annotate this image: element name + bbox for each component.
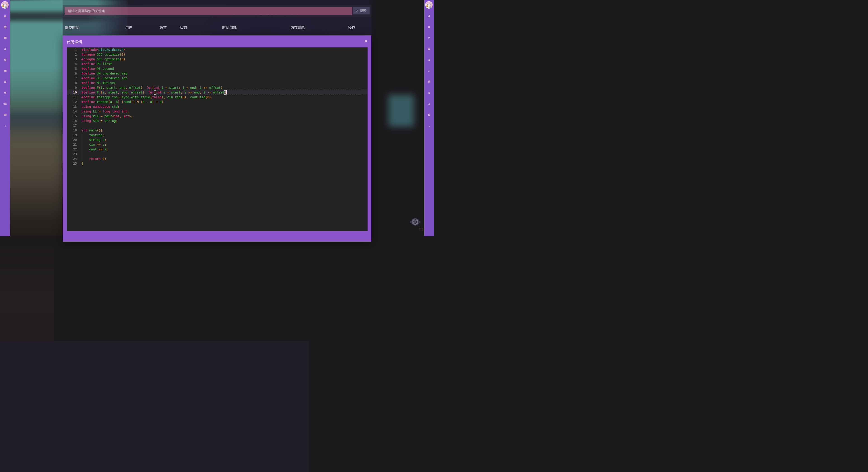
column-header-5[interactable] [290,26,305,30]
assignment-icon [3,25,7,29]
code-token: } [82,162,84,165]
lightbulb-icon [3,91,7,95]
avatar-image [1,1,8,8]
code-token: #define [82,72,95,75]
rail-item-star-7[interactable] [424,90,434,96]
sidebar-item-assignment-check-4[interactable] [0,57,10,63]
column-header-4[interactable] [222,26,237,30]
code-line-2: 2#pragma GCC optimize(2) [67,52,368,57]
line-number: 25 [67,161,77,166]
code-token: . [173,95,175,99]
code-token: MS mutiset [95,81,116,85]
code-line-22: 22 cout << s; [67,147,368,152]
column-header-label [65,26,79,29]
code-token: STR [91,119,101,123]
code-editor[interactable]: 1#include<bits/stdc++.h>2#pragma GCC opt… [67,47,368,232]
code-token: ) [152,100,154,104]
user-avatar-right[interactable] [425,1,433,8]
close-button[interactable] [364,38,368,43]
code-line-11: 11#define fastcpp ios::sync_with_stdio(f… [67,95,368,100]
sidebar-item-lightbulb-7[interactable] [0,90,10,96]
search-button[interactable] [352,7,370,14]
code-token: F_ [95,91,101,94]
column-header-2[interactable] [160,26,167,30]
code-token: start [106,91,118,94]
collapse-sidebar-button[interactable] [0,123,10,129]
column-header-3[interactable] [180,26,187,30]
code-token: ) [162,100,163,104]
rail-item-movie-camera-3[interactable] [424,46,434,53]
code-token: (2) [120,53,125,56]
code-token: ; [104,138,106,142]
code-token: ) [118,100,120,104]
code-token: s [102,147,106,151]
code-token: (0), [181,95,188,99]
column-header-label [180,26,187,29]
rail-item-bell-1[interactable] [424,24,434,30]
rail-item-donut-5[interactable] [424,68,434,74]
code-token: int [122,114,129,118]
code-token: . [198,95,199,99]
code-token: using [82,109,91,113]
line-number: 21 [67,142,77,147]
code-line-3: 3#pragma GCC optimize(3) [67,57,368,62]
code-token: end [120,91,127,94]
code-token: rand [123,100,131,104]
sidebar-item-home-0[interactable] [0,13,10,20]
code-token: i [160,86,165,90]
code-token: #define [82,67,95,70]
code-line-7: 7#define US unordered_set [67,76,368,80]
code-token: , [116,86,118,90]
rail-item-flag-2[interactable] [424,35,434,41]
code-token: , [112,100,114,104]
sidebar-item-chat-9[interactable] [0,111,10,118]
search-input[interactable] [65,7,352,15]
expand-sidebar-button[interactable] [424,123,434,130]
code-token: i [198,86,204,90]
code-token: end [188,86,196,90]
line-number: 17 [67,123,77,128]
rail-item-star-4[interactable] [424,57,434,63]
code-token: ; [104,143,106,146]
code-token: cin [165,95,173,99]
assignment-icon [428,80,431,83]
line-number: 1 [67,47,77,52]
rail-item-person-0[interactable] [424,13,434,20]
code-token: i [101,86,102,90]
right-sidebar [424,0,434,236]
column-header-1[interactable] [125,26,132,30]
code-token: , [104,91,106,94]
person-simple-icon [428,102,431,106]
sidebar-item-desktop-5[interactable] [0,68,10,74]
code-line-8: 8#define MS mutiset [67,80,368,86]
code-token: bits/stdc++.h [98,48,123,52]
column-header-6[interactable] [348,26,355,30]
flag-icon [428,36,431,39]
sidebar-item-desktop-2[interactable] [0,35,10,41]
sidebar-item-assignment-1[interactable] [0,24,10,31]
line-number: 20 [67,138,77,142]
code-token: b [143,100,146,104]
code-token: a [148,100,152,104]
sidebar-item-movie-camera-6[interactable] [0,78,10,86]
rail-item-assignment-6[interactable] [424,78,434,86]
code-token: PF first [95,62,112,66]
sidebar-item-person-3[interactable] [0,46,10,53]
rail-item-gear-9[interactable] [424,111,434,119]
code-token: sync_with_stdio [122,95,150,99]
line-number: 23 [67,152,77,157]
code-token: ; [116,119,118,123]
person-icon [3,47,7,50]
rail-item-person-simple-8[interactable] [424,101,434,107]
code-token: int [156,91,161,94]
code-token: #define [82,62,95,66]
sidebar-item-cloud-upload-8[interactable] [0,101,10,107]
code-token: #pragma [82,53,95,56]
code-token: = [98,109,100,113]
code-token: #pragma [82,57,95,61]
code-token: LL [91,109,99,113]
left-sidebar [0,0,10,236]
line-number: 13 [67,104,77,109]
column-header-0[interactable] [65,26,79,30]
user-avatar[interactable] [1,1,8,8]
